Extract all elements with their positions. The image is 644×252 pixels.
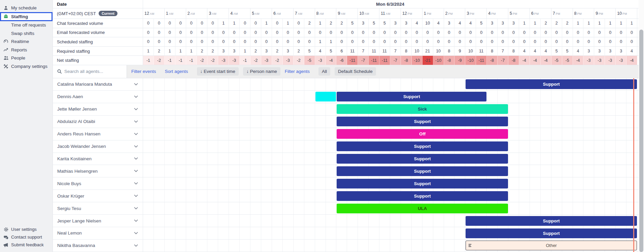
chevron-down-icon[interactable]	[134, 95, 138, 98]
agent-name-cell[interactable]: Jette Møller Jensen	[53, 103, 143, 115]
shift-bar-support[interactable]: Support	[337, 191, 508, 201]
filter-default-schedule[interactable]: Default Schedule	[335, 67, 376, 76]
list-icon	[468, 244, 472, 247]
shift-bar-support[interactable]: Support	[337, 117, 508, 126]
chevron-down-icon[interactable]	[134, 182, 138, 185]
timeline-cell	[272, 202, 283, 214]
shift-bar-event[interactable]	[315, 92, 336, 101]
filter-sort-agents[interactable]: Sort agents	[165, 69, 188, 74]
timeline-cell	[530, 103, 541, 115]
shift-bar-support[interactable]: Support	[337, 154, 508, 164]
chevron-down-icon[interactable]	[134, 244, 138, 247]
chevron-down-icon[interactable]	[134, 195, 138, 197]
timeline-cell	[207, 140, 218, 153]
timeline-cell	[519, 116, 530, 128]
search-input[interactable]	[64, 69, 122, 74]
agent-name-cell[interactable]: Jacob Welander Jensen	[53, 140, 143, 153]
timeline-cell	[616, 103, 626, 115]
value-cell: 0	[390, 37, 401, 46]
value-cell: 1	[240, 47, 250, 56]
chevron-down-icon[interactable]	[134, 170, 138, 172]
agent-name-cell[interactable]: Mathias Helsengren	[53, 165, 143, 177]
shift-bar-sick[interactable]: Sick	[337, 104, 508, 114]
sidebar-item-swap-shifts[interactable]: Swap shifts	[0, 29, 53, 38]
filter-filter-agents[interactable]: Filter agents	[285, 69, 310, 74]
chevron-down-icon[interactable]	[134, 83, 138, 86]
sidebar-item-staffing[interactable]: Staffing	[0, 12, 53, 21]
timeline-cell	[390, 240, 401, 252]
staffing-rows: Chat forecasted volume000000011001010212…	[53, 19, 639, 65]
timeline-cell	[551, 91, 562, 103]
sidebar-item-time-off-requests[interactable]: Time off requests	[0, 21, 53, 30]
timeline-cell	[154, 215, 165, 227]
sidebar-item-my-schedule[interactable]: My schedule	[0, 4, 53, 12]
value-cell: 0	[390, 28, 401, 37]
value-cell: 0	[207, 19, 218, 28]
chevron-down-icon[interactable]	[134, 120, 138, 123]
shift-bar-ula[interactable]: ULA	[337, 204, 508, 213]
timeline-cell	[229, 103, 240, 115]
agent-name-cell[interactable]: Catalina Marioara Manduta	[53, 78, 143, 90]
timeline-cell	[186, 140, 197, 153]
value-cell: 0	[508, 28, 519, 37]
sidebar-item-reports[interactable]: Reports	[0, 46, 53, 54]
timeline-cell	[315, 103, 326, 115]
shift-bar-support[interactable]: Support	[337, 179, 508, 188]
shift-bar-support[interactable]: Support	[466, 228, 637, 238]
hour-cell-5am: 5AM	[250, 8, 272, 18]
sidebar-item-submit-feedback[interactable]: Submit feedback	[0, 241, 53, 249]
chevron-down-icon[interactable]	[134, 133, 138, 135]
chevron-down-icon[interactable]	[134, 108, 138, 111]
chevron-down-icon[interactable]	[134, 145, 138, 148]
agent-name-cell[interactable]: Sergiu Tesu	[53, 202, 143, 214]
timeline-cell	[551, 116, 562, 128]
timeline-cell	[519, 165, 530, 177]
sidebar-item-people[interactable]: People	[0, 54, 53, 62]
timeline-cell	[573, 116, 584, 128]
meridiem-label: AM	[233, 12, 238, 15]
timeline-cell	[175, 165, 186, 177]
sidebar: My scheduleStaffingTime off requestsSwap…	[0, 0, 53, 252]
sidebar-item-realtime[interactable]: Realtime	[0, 38, 53, 46]
timeline-cell	[294, 140, 304, 153]
agent-name-cell[interactable]: Anders Reus Hansen	[53, 128, 143, 140]
timeline-cell	[583, 202, 594, 214]
timeline-cell	[165, 190, 175, 202]
shift-bar-other[interactable]: Other	[466, 241, 637, 250]
filter-all[interactable]: All	[318, 67, 330, 76]
shift-bar-support[interactable]: Support	[466, 79, 637, 89]
filter-event-start-time[interactable]: ↓ Event start time	[197, 67, 239, 76]
timeline-cell	[165, 116, 175, 128]
shift-bar-support[interactable]: Support	[337, 166, 508, 176]
agent-name-cell[interactable]: Oskar Krüger	[53, 190, 143, 202]
shift-bar-support[interactable]: Support	[337, 141, 508, 151]
timeline-cell	[519, 91, 530, 103]
value-cell: 5	[369, 19, 379, 28]
value-cell: 0	[498, 28, 508, 37]
sidebar-item-contact-support[interactable]: Contact support	[0, 233, 53, 241]
chevron-down-icon[interactable]	[134, 157, 138, 160]
agent-name-cell[interactable]: Nicole Buys	[53, 177, 143, 190]
agent-name-cell[interactable]: Karita Kostiainen	[53, 153, 143, 165]
filter-filter-events[interactable]: Filter events	[131, 69, 156, 74]
sidebar-item-user-settings[interactable]: User settings	[0, 225, 53, 233]
agent-name-cell[interactable]: Abdulaziz Al Otaibi	[53, 116, 143, 128]
chevron-down-icon[interactable]	[134, 207, 138, 210]
sidebar-item-label: My schedule	[11, 5, 37, 10]
agent-name-cell[interactable]: Neal Lemon	[53, 227, 143, 239]
value-cell: 0	[143, 28, 154, 37]
timeline-cell	[186, 153, 197, 165]
agent-name-cell[interactable]: Dennis Aaen	[53, 91, 143, 103]
value-cell: 0	[444, 37, 455, 46]
filter-person-name[interactable]: ↓ Person name	[243, 67, 280, 76]
shift-bar-off[interactable]: Off	[337, 129, 508, 139]
scrollbar-thumb[interactable]	[639, 30, 643, 252]
agent-name-cell[interactable]: Jesper Lange Nielsen	[53, 215, 143, 227]
shift-bar-support[interactable]: Support	[337, 92, 486, 101]
sidebar-item-company-settings[interactable]: Company settings	[0, 62, 53, 71]
chevron-down-icon[interactable]	[134, 219, 138, 222]
chevron-down-icon[interactable]	[134, 232, 138, 235]
shift-bar-support[interactable]: Support	[466, 216, 637, 226]
timeline-cell	[304, 190, 315, 202]
agent-name-cell[interactable]: Nikitha Basavanna	[53, 240, 143, 252]
